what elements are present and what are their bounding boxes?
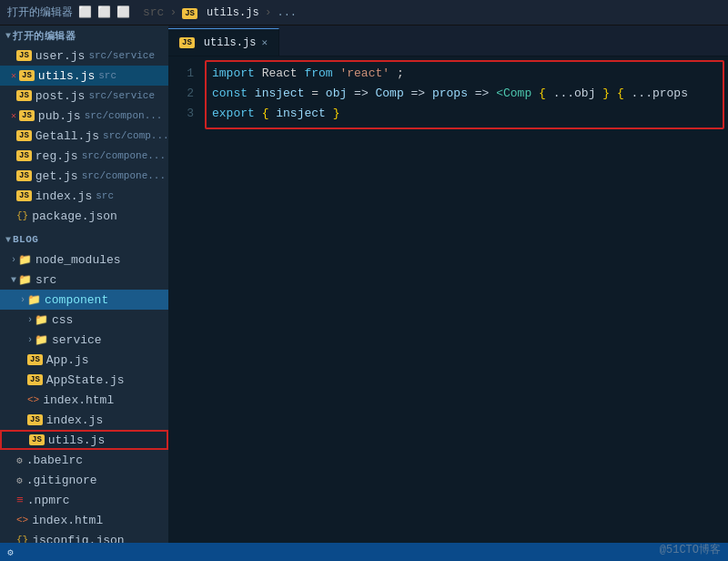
title-icon3: ⬜ [116,5,130,19]
brace-open1: { [539,87,546,100]
sidebar-item-index-js-src[interactable]: JS index.js [0,410,168,430]
brace-open3: { [262,107,269,120]
line-num-3: 3 [168,104,194,124]
code-react: React [262,66,305,80]
folder-icon-src: 📁 [18,273,32,287]
sidebar-item-src[interactable]: ▼ 📁 src [0,270,168,290]
title-icon2: ⬜ [97,5,111,19]
close-icon-utils[interactable]: ✕ [11,70,16,81]
string-react: 'react' [339,66,389,80]
tab-bar: JS utils.js ✕ [168,26,728,56]
js-badge-index: JS [16,190,32,201]
component-name: component [45,293,108,307]
arrow3: => [475,87,490,100]
open-editors-chevron: ▼ [5,31,11,41]
code-editor: 1 2 3 import React from 'react' ; [168,56,728,543]
sidebar-item-babelrc[interactable]: ⚙ .babelrc [0,450,168,470]
blog-chevron: ▼ [5,235,11,245]
js-badge-pub: JS [19,110,35,121]
tab-js-badge: JS [179,37,195,48]
sidebar-item-index-html-root[interactable]: <> index.html [0,510,168,530]
dot-badge-gitignore: ⚙ [16,474,23,486]
line-numbers: 1 2 3 [168,56,201,543]
js-badge-post: JS [16,90,32,101]
arrow1: => [354,87,369,100]
index-js-src-name: index.js [46,413,103,427]
getall-js-name: Getall.js [35,129,99,143]
sidebar-item-utils-js[interactable]: ✕ JS utils.js src [0,66,168,86]
blog-label[interactable]: ▼ BLOG [0,230,168,250]
sidebar-item-index-js[interactable]: JS index.js src [0,186,168,206]
code-line-2: const insject = obj => Comp => props => [212,84,717,104]
brace-close3: } [333,107,340,120]
main-area: ▼ 打开的编辑器 JS user.js src/service ✕ JS uti… [0,26,728,543]
code-semi1: ; [397,66,404,80]
sidebar-item-npmrc[interactable]: ≡ .npmrc [0,490,168,510]
html-badge-index: <> [27,394,39,405]
sidebar-item-service[interactable]: › 📁 service [0,330,168,350]
tab-utils-js[interactable]: JS utils.js ✕ [168,28,279,56]
node-modules-chevron: › [11,255,16,265]
user-js-path: src/service [88,50,155,61]
json-badge-package: {} [16,210,28,221]
get-js-path: src/compone... [82,170,166,181]
index-html-src-name: index.html [43,393,114,407]
component-chevron: › [20,295,25,305]
sidebar-item-component[interactable]: › 📁 component [0,290,168,310]
close-icon-pub[interactable]: ✕ [11,110,16,121]
post-js-name: post.js [35,89,86,103]
sidebar: ▼ 打开的编辑器 JS user.js src/service ✕ JS uti… [0,26,168,543]
title-bar: 打开的编辑器 ⬜ ⬜ ⬜ src › JS utils.js › ... [0,0,728,26]
js-badge-utils: JS [19,70,35,81]
folder-icon-node-modules: 📁 [18,253,32,267]
js-badge-index-src: JS [27,414,43,425]
var-props: props [432,87,468,100]
blog-title: BLOG [13,234,38,245]
sidebar-item-utils-js-src[interactable]: JS utils.js [0,430,168,450]
folder-icon-service: 📁 [35,333,48,347]
css-name: css [52,313,73,327]
var-insject: insject [255,87,305,100]
js-badge-get: JS [16,170,32,181]
keyword-import: import [212,66,255,80]
spread-props: ...props [632,87,688,100]
code-content[interactable]: import React from 'react' ; const insjec… [201,56,728,543]
sidebar-item-gitignore[interactable]: ⚙ .gitignore [0,470,168,490]
keyword-const: const [212,87,248,100]
open-editors-label[interactable]: ▼ 打开的编辑器 [0,26,168,46]
sidebar-item-getall-js[interactable]: JS Getall.js src/comp... [0,126,168,146]
sidebar-item-css[interactable]: › 📁 css [0,310,168,330]
index-html-root-name: index.html [32,514,103,527]
utils-js-name: utils.js [38,69,95,83]
sidebar-item-post-js[interactable]: JS post.js src/service [0,86,168,106]
breadcrumb-arrow1: › [169,5,177,19]
service-chevron: › [27,335,33,345]
npmrc-name: .npmrc [27,494,70,507]
sidebar-item-reg-js[interactable]: JS reg.js src/compone... [0,146,168,166]
sidebar-item-app-js[interactable]: JS App.js [0,350,168,370]
src-chevron: ▼ [11,275,16,285]
sidebar-item-get-js[interactable]: JS get.js src/compone... [0,166,168,186]
breadcrumb-sep1: src [143,5,164,19]
json-badge-jsconfig: {} [16,535,28,543]
utils-js-path: src [98,70,116,81]
sidebar-item-appstate-js[interactable]: JS AppState.js [0,370,168,390]
sidebar-item-user-js[interactable]: JS user.js src/service [0,46,168,66]
brace-close1: } [602,87,610,100]
reg-js-name: reg.js [35,149,78,163]
js-badge-getall: JS [16,130,32,141]
title-app-label: 打开的编辑器 [7,5,73,20]
sidebar-item-index-html-src[interactable]: <> index.html [0,390,168,410]
index-js-path: src [96,190,114,201]
sidebar-item-pub-js[interactable]: ✕ JS pub.js src/compon... [0,106,168,126]
sidebar-item-package-json[interactable]: {} package.json [0,206,168,226]
sidebar-item-jsconfig-json[interactable]: {} jsconfig.json [0,530,168,543]
tab-close-icon[interactable]: ✕ [261,36,268,48]
package-json-name: package.json [32,209,117,223]
sidebar-item-node-modules[interactable]: › 📁 node_modules [0,250,168,270]
spread-obj: ...obj [553,87,596,100]
open-editors-title: 打开的编辑器 [13,29,76,43]
status-text: ⚙ [7,546,14,558]
jsx-comp-open: <Comp [496,87,531,100]
user-js-name: user.js [35,49,86,63]
